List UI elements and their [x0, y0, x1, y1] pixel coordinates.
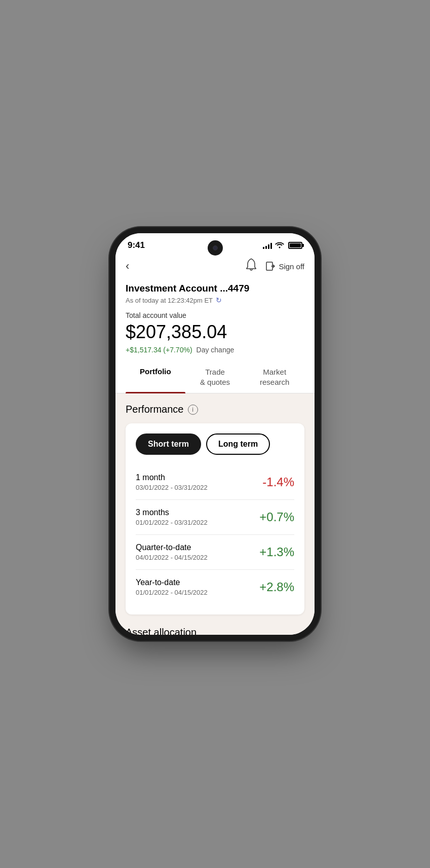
account-subtitle: As of today at 12:23:42pm ET ↻: [126, 296, 304, 304]
table-row: 3 months 01/01/2022 - 03/31/2022 +0.7%: [136, 499, 294, 534]
period-label: 3 months: [136, 508, 208, 517]
tabs-bar: Portfolio Trade & quotes Market research: [115, 362, 315, 393]
camera-dot: [213, 245, 218, 250]
sign-off-label: Sign off: [279, 262, 304, 271]
performance-title: Performance i: [126, 404, 304, 415]
signal-icon: [263, 242, 272, 249]
period-date: 04/01/2022 - 04/15/2022: [136, 554, 208, 561]
period-label: 1 month: [136, 473, 208, 482]
performance-info-icon[interactable]: i: [188, 405, 198, 415]
day-change-label: Day change: [197, 346, 234, 354]
period-label: Quarter-to-date: [136, 543, 208, 552]
tab-portfolio[interactable]: Portfolio: [126, 362, 185, 393]
period-date: 01/01/2022 - 04/15/2022: [136, 589, 208, 596]
table-row: Year-to-date 01/01/2022 - 04/15/2022 +2.…: [136, 569, 294, 604]
period-value: +0.7%: [259, 510, 294, 524]
status-icons: [263, 241, 302, 250]
performance-card: Short term Long term 1 month 03/01/2022 …: [126, 423, 304, 614]
wifi-icon: [275, 241, 284, 250]
period-date: 01/01/2022 - 03/31/2022: [136, 519, 208, 526]
term-toggle-group: Short term Long term: [136, 433, 294, 455]
performance-section: Performance i Short term Long term 1 mon…: [115, 393, 315, 614]
period-value: -1.4%: [262, 475, 294, 489]
period-date: 03/01/2022 - 03/31/2022: [136, 484, 208, 491]
long-term-toggle[interactable]: Long term: [206, 433, 270, 455]
period-value: +2.8%: [259, 580, 294, 594]
period-value: +1.3%: [259, 545, 294, 559]
short-term-toggle[interactable]: Short term: [136, 433, 201, 455]
main-content: Performance i Short term Long term 1 mon…: [115, 393, 315, 635]
total-account-value: $207,385.04: [126, 321, 304, 343]
performance-rows: 1 month 03/01/2022 - 03/31/2022 -1.4% 3 …: [136, 465, 294, 604]
day-change-row: +$1,517.34 (+7.70%) Day change: [126, 346, 304, 354]
table-row: 1 month 03/01/2022 - 03/31/2022 -1.4%: [136, 465, 294, 499]
camera-notch: [208, 240, 223, 256]
asset-allocation-section: Asset allocation: [115, 625, 315, 635]
sign-off-icon: [265, 261, 276, 271]
back-button[interactable]: ‹: [126, 258, 133, 275]
sign-off-button[interactable]: Sign off: [265, 261, 304, 271]
period-label: Year-to-date: [136, 578, 208, 587]
table-row: Quarter-to-date 04/01/2022 - 04/15/2022 …: [136, 534, 294, 569]
tab-market-research[interactable]: Market research: [245, 362, 304, 393]
refresh-icon[interactable]: ↻: [216, 296, 222, 304]
day-change-amount: +$1,517.34 (+7.70%): [126, 346, 192, 354]
phone-frame: 9:41 ‹: [115, 233, 315, 635]
notification-bell-icon[interactable]: [245, 258, 257, 274]
account-section: Investment Account ...4479 As of today a…: [115, 281, 315, 362]
tab-trade-quotes[interactable]: Trade & quotes: [185, 362, 245, 393]
total-account-label: Total account value: [126, 311, 304, 319]
account-title: Investment Account ...4479: [126, 283, 304, 294]
app-content: ‹ Sign off Investment: [115, 254, 315, 635]
header-actions: Sign off: [245, 258, 304, 274]
battery-icon: [288, 242, 302, 249]
asset-allocation-title: Asset allocation: [126, 627, 304, 635]
status-time: 9:41: [128, 240, 145, 250]
header: ‹ Sign off: [115, 254, 315, 281]
